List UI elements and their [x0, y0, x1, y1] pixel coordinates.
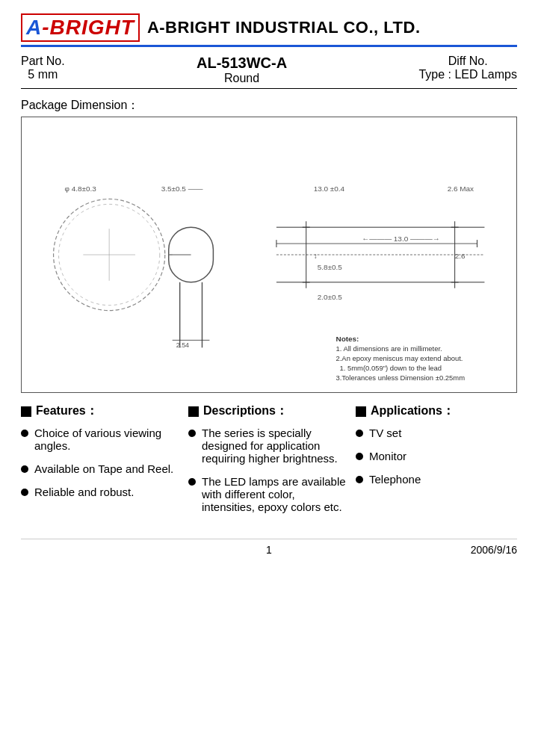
feature-text-1: Choice of various viewing angles.	[34, 427, 182, 452]
svg-text:2.0±0.5: 2.0±0.5	[318, 293, 343, 301]
part-number: AL-513WC-A	[197, 55, 287, 72]
feature-item-1: Choice of various viewing angles.	[21, 427, 182, 452]
app-item-1: TV set	[356, 427, 517, 439]
app-bullet-icon-2	[356, 453, 363, 460]
applications-header: Applications：	[356, 403, 517, 419]
svg-text:2.6: 2.6	[455, 252, 466, 260]
app-bullet-icon-1	[356, 430, 363, 437]
svg-text:Notes:: Notes:	[336, 335, 359, 343]
part-type: Type : LED Lamps	[418, 68, 517, 81]
part-right: Diff No. Type : LED Lamps	[418, 55, 517, 85]
desc-text-1: The series is specially designed for app…	[202, 427, 350, 465]
page-number: 1	[186, 544, 351, 556]
part-left: Part No. 5 mm	[21, 55, 65, 85]
desc-text-2: The LED lamps are available with differe…	[202, 475, 350, 513]
svg-text:2.6 Max: 2.6 Max	[448, 185, 474, 193]
svg-text:↕: ↕	[314, 252, 318, 260]
svg-text:2.An epoxy meniscus may extend: 2.An epoxy meniscus may extend about.	[336, 354, 463, 362]
footer-spacer	[21, 544, 186, 556]
desc-item-1: The series is specially designed for app…	[188, 427, 350, 465]
features-section: Features： Choice of various viewing angl…	[21, 403, 517, 524]
svg-text:5.8±0.5: 5.8±0.5	[318, 263, 343, 271]
descriptions-header: Descriptions：	[188, 403, 350, 419]
bullet-icon-2	[21, 465, 28, 473]
diagram-svg: φ 4.8±0.3 3.5±0.5 —— 13.0 ±0.4 2.6 Max ↕…	[22, 117, 516, 392]
company-name: A-BRIGHT INDUSTRIAL CO., LTD.	[147, 18, 421, 37]
desc-item-2: The LED lamps are available with differe…	[188, 475, 350, 513]
app-text-3: Telephone	[369, 473, 421, 486]
features-column: Features： Choice of various viewing angl…	[21, 403, 188, 524]
svg-text:2.54: 2.54	[176, 341, 189, 349]
part-no-label: Part No.	[21, 55, 65, 68]
desc-bullet-icon	[188, 406, 199, 417]
logo: A-BRIGHT	[21, 13, 140, 42]
part-size: 5 mm	[21, 68, 65, 81]
features-bullet-icon	[21, 406, 31, 417]
app-item-2: Monitor	[356, 450, 517, 462]
bullet-icon-3	[21, 489, 28, 496]
svg-text:←——— 13.0 ———→: ←——— 13.0 ———→	[362, 235, 439, 243]
svg-text:φ 4.8±0.3: φ 4.8±0.3	[64, 185, 96, 193]
svg-text:13.0 ±0.4: 13.0 ±0.4	[314, 185, 345, 193]
logo-a: A	[26, 16, 42, 39]
part-center: AL-513WC-A Round	[197, 55, 287, 85]
feature-text-2: Available on Tape and Reel.	[34, 462, 173, 475]
svg-text:3.Tolerances unless Dimension : 3.Tolerances unless Dimension ±0.25mm	[336, 374, 466, 382]
applications-column: Applications： TV set Monitor Telephone	[356, 403, 517, 524]
app-bullet-icon-3	[356, 476, 363, 483]
part-shape: Round	[197, 72, 287, 85]
package-title: Package Dimension：	[21, 98, 517, 114]
diff-no-label: Diff No.	[418, 55, 517, 68]
descriptions-title: Descriptions：	[203, 403, 288, 419]
svg-text:1. 5mm(0.059") down to the lea: 1. 5mm(0.059") down to the lead	[339, 364, 442, 372]
app-item-3: Telephone	[356, 473, 517, 486]
svg-text:3.5±0.5 ——: 3.5±0.5 ——	[161, 185, 203, 193]
feature-item-2: Available on Tape and Reel.	[21, 462, 182, 475]
app-text-1: TV set	[369, 427, 401, 439]
app-bullet-icon	[356, 406, 366, 417]
features-title: Features：	[36, 403, 98, 419]
part-info: Part No. 5 mm AL-513WC-A Round Diff No. …	[21, 55, 517, 89]
applications-title: Applications：	[371, 403, 454, 419]
descriptions-column: Descriptions： The series is specially de…	[188, 403, 356, 524]
footer: 1 2006/9/16	[21, 539, 517, 556]
features-header: Features：	[21, 403, 182, 419]
company-header: A-BRIGHT A-BRIGHT INDUSTRIAL CO., LTD.	[21, 13, 517, 47]
bullet-icon-1	[21, 430, 28, 437]
desc-bullet-icon-1	[188, 430, 196, 437]
svg-text:1. All dimensions are in milli: 1. All dimensions are in millimeter.	[336, 344, 442, 353]
feature-text-3: Reliable and robust.	[34, 486, 134, 498]
app-text-2: Monitor	[369, 450, 406, 462]
feature-item-3: Reliable and robust.	[21, 486, 182, 498]
desc-bullet-icon-2	[188, 478, 196, 486]
package-diagram: φ 4.8±0.3 3.5±0.5 —— 13.0 ±0.4 2.6 Max ↕…	[21, 117, 517, 393]
footer-date: 2006/9/16	[352, 544, 517, 556]
